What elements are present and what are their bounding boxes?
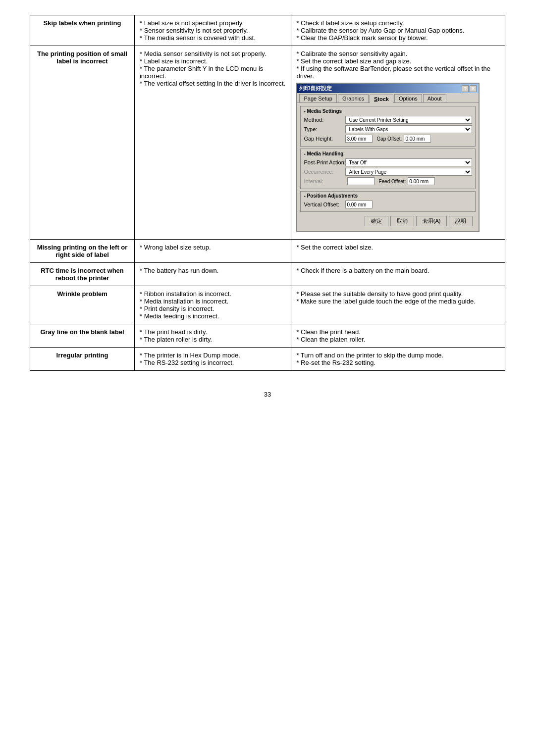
cause-text: * Media sensor sensitivity is not set pr…	[140, 50, 285, 87]
type-row: Type: Labels With Gaps	[304, 125, 472, 133]
solution-text: * Check if there is a battery on the mai…	[296, 267, 429, 274]
tab-page-setup[interactable]: Page Setup	[299, 94, 337, 102]
solution-text: * Please set the suitable density to hav…	[296, 290, 475, 305]
vertical-offset-row: Vertical Offset:	[304, 201, 472, 208]
method-label: Method:	[304, 117, 343, 123]
solution-text: * Clean the print head.* Clean the plate…	[296, 328, 365, 343]
post-print-select[interactable]: Tear Off	[345, 158, 472, 166]
problem-cell: RTC time is incorrect when reboot the pr…	[30, 263, 135, 286]
cause-cell: * The print head is dirty.* The platen r…	[134, 324, 291, 348]
occurrence-select[interactable]: After Every Page	[345, 168, 472, 176]
media-settings-title: - Media Settings	[304, 108, 472, 114]
vertical-offset-label: Vertical Offset:	[304, 202, 343, 207]
feed-offset-label: Feed Offset:	[378, 179, 406, 184]
gap-offset-label: Gap Offset:	[376, 136, 402, 142]
troubleshooting-table: Skip labels when printing * Label size i…	[30, 15, 505, 371]
gap-offset-input[interactable]	[404, 135, 431, 143]
gap-row: Gap Height: Gap Offset:	[304, 135, 472, 143]
occurrence-row: Occurrence: After Every Page	[304, 168, 472, 176]
table-row: RTC time is incorrect when reboot the pr…	[30, 263, 505, 286]
solution-cell: * Check if there is a battery on the mai…	[291, 263, 505, 286]
problem-label: The printing position of small label is …	[37, 50, 127, 65]
position-adjustments-title: - Position Adjustments	[304, 193, 472, 199]
gap-height-input[interactable]	[345, 135, 373, 143]
cause-text: * The printer is in Hex Dump mode.* The …	[140, 352, 240, 366]
interval-input[interactable]	[347, 177, 374, 185]
dialog-titlebar: 列印喜好設定 ? ✕	[297, 84, 479, 93]
tab-options[interactable]: Options	[394, 94, 422, 102]
problem-label: Missing printing on the left or right si…	[37, 244, 128, 258]
dialog-buttons-row: 確定 取消 套用(A) 說明	[300, 214, 476, 228]
problem-label: Skip labels when printing	[44, 19, 121, 27]
solution-cell: * Calibrate the sensor sensitivity again…	[291, 46, 505, 240]
cause-cell: * Wrong label size setup.	[134, 240, 291, 263]
tab-about[interactable]: About	[423, 94, 446, 102]
cause-text: * The print head is dirty.* The platen r…	[140, 328, 212, 343]
table-row: Skip labels when printing * Label size i…	[30, 15, 505, 46]
problem-cell: Irregular printing	[30, 348, 135, 371]
dialog-cancel-button[interactable]: 取消	[390, 216, 414, 226]
solution-text: * Turn off and on the printer to skip th…	[296, 352, 443, 366]
solution-cell: * Clean the print head.* Clean the plate…	[291, 324, 505, 348]
problem-label: RTC time is incorrect when reboot the pr…	[41, 267, 124, 282]
cause-text: * The battery has run down.	[140, 267, 218, 274]
table-row: Irregular printing * The printer is in H…	[30, 348, 505, 371]
printer-settings-dialog: 列印喜好設定 ? ✕ Page Setup Graphics Stock Opt…	[296, 83, 480, 232]
feed-offset-input[interactable]	[408, 177, 435, 185]
page-number: 33	[30, 391, 505, 398]
vertical-offset-input[interactable]	[345, 201, 373, 208]
tab-graphics[interactable]: Graphics	[338, 94, 369, 102]
post-print-row: Post-Print Action: Tear Off	[304, 158, 472, 166]
media-handling-title: - Media Handling	[304, 151, 472, 156]
dialog-titlebar-buttons: ? ✕	[462, 85, 477, 92]
table-row: Gray line on the blank label * The print…	[30, 324, 505, 348]
solution-cell: * Check if label size is setup correctly…	[291, 15, 505, 46]
position-adjustments-group: - Position Adjustments Vertical Offset:	[300, 191, 476, 212]
solution-cell: * Please set the suitable density to hav…	[291, 286, 505, 324]
solution-cell: * Set the correct label size.	[291, 240, 505, 263]
cause-cell: * The printer is in Hex Dump mode.* The …	[134, 348, 291, 371]
method-select[interactable]: Use Current Printer Setting	[345, 116, 472, 124]
dialog-content: - Media Settings Method: Use Current Pri…	[297, 103, 479, 231]
interval-label: Interval:	[304, 178, 343, 184]
problem-cell: Missing printing on the left or right si…	[30, 240, 135, 263]
tab-stock[interactable]: Stock	[370, 95, 393, 103]
media-settings-group: - Media Settings Method: Use Current Pri…	[300, 106, 476, 147]
table-row: Wrinkle problem * Ribbon installation is…	[30, 286, 505, 324]
method-row: Method: Use Current Printer Setting	[304, 116, 472, 124]
solution-text: * Set the correct label size.	[296, 244, 373, 251]
problem-label: Irregular printing	[56, 352, 108, 359]
problem-label: Wrinkle problem	[57, 290, 107, 298]
solution-text: * Check if label size is setup correctly…	[296, 19, 464, 42]
dialog-help-button[interactable]: ?	[462, 85, 469, 92]
problem-label: Gray line on the blank label	[40, 328, 124, 336]
media-handling-group: - Media Handling Post-Print Action: Tear…	[300, 149, 476, 189]
dialog-title: 列印喜好設定	[299, 85, 332, 92]
cause-cell: * Media sensor sensitivity is not set pr…	[134, 46, 291, 240]
table-row: Missing printing on the left or right si…	[30, 240, 505, 263]
cause-cell: * The battery has run down.	[134, 263, 291, 286]
cause-text: * Ribbon installation is incorrect.* Med…	[140, 290, 231, 320]
dialog-help-btn[interactable]: 說明	[449, 216, 473, 226]
problem-cell: Gray line on the blank label	[30, 324, 135, 348]
gap-height-label: Gap Height:	[304, 136, 343, 142]
cause-cell: * Label size is not specified properly.*…	[134, 15, 291, 46]
dialog-close-button[interactable]: ✕	[470, 85, 477, 92]
cause-text: * Wrong label size setup.	[140, 244, 211, 251]
problem-cell: The printing position of small label is …	[30, 46, 135, 240]
table-row: The printing position of small label is …	[30, 46, 505, 240]
type-select[interactable]: Labels With Gaps	[345, 125, 472, 133]
dialog-ok-button[interactable]: 確定	[365, 216, 388, 226]
cause-cell: * Ribbon installation is incorrect.* Med…	[134, 286, 291, 324]
dialog-tabs: Page Setup Graphics Stock Options About	[297, 93, 479, 103]
solution-text-before: * Calibrate the sensor sensitivity again…	[296, 50, 490, 80]
interval-row: Interval: Feed Offset:	[304, 177, 472, 185]
dialog-apply-button[interactable]: 套用(A)	[416, 216, 447, 226]
occurrence-label: Occurrence:	[304, 169, 343, 175]
post-print-label: Post-Print Action:	[304, 159, 343, 165]
problem-cell: Wrinkle problem	[30, 286, 135, 324]
cause-text: * Label size is not specified properly.*…	[140, 19, 256, 42]
solution-cell: * Turn off and on the printer to skip th…	[291, 348, 505, 371]
type-label: Type:	[304, 126, 343, 132]
problem-cell: Skip labels when printing	[30, 15, 135, 46]
